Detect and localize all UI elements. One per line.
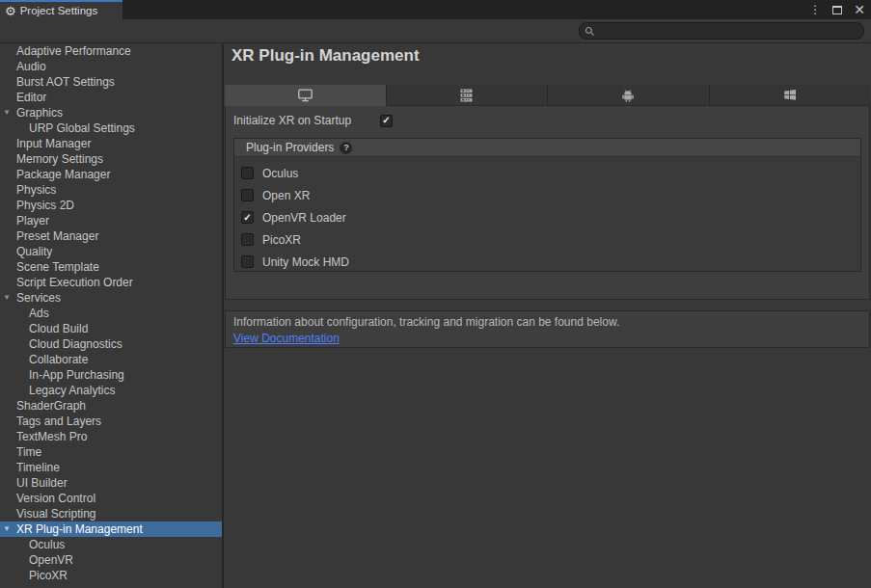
kebab-menu-icon[interactable]: ⋮ xyxy=(809,4,821,15)
sidebar-item-label: TextMesh Pro xyxy=(16,430,87,443)
sidebar-item-label: Cloud Diagnostics xyxy=(29,337,122,351)
sidebar-item-label: Script Execution Order xyxy=(16,276,133,289)
sidebar-item-adaptive-performance[interactable]: Adaptive Performance xyxy=(0,43,222,59)
sidebar-item-openvr[interactable]: OpenVR xyxy=(0,552,222,568)
provider-row-oculus: Oculus xyxy=(241,162,860,184)
search-icon xyxy=(585,26,595,37)
provider-label: PicoXR xyxy=(262,233,301,247)
sidebar-item-oculus[interactable]: Oculus xyxy=(0,537,222,552)
sidebar-item-visual-scripting[interactable]: Visual Scripting xyxy=(0,506,222,521)
tab-desktop[interactable] xyxy=(225,85,387,106)
xr-settings-panel: Initialize XR on Startup Plug-in Provide… xyxy=(225,106,870,300)
sidebar-item-label: ShaderGraph xyxy=(16,399,86,413)
sidebar-item-shadergraph[interactable]: ShaderGraph xyxy=(0,398,222,414)
sidebar-item-physics-2d[interactable]: Physics 2D xyxy=(0,198,222,213)
sidebar-item-picoxr[interactable]: PicoXR xyxy=(0,568,222,583)
sidebar-item-time[interactable]: Time xyxy=(0,444,222,460)
sidebar-item-textmesh-pro[interactable]: TextMesh Pro xyxy=(0,429,222,444)
provider-label: Open XR xyxy=(262,189,310,202)
sidebar-item-label: XR Plug-in Management xyxy=(16,522,143,536)
window-tab-project-settings[interactable]: ⚙ Project Settings xyxy=(0,0,122,19)
sidebar-item-package-manager[interactable]: Package Manager xyxy=(0,167,222,182)
close-icon[interactable]: ✕ xyxy=(854,3,865,16)
sidebar-item-script-execution-order[interactable]: Script Execution Order xyxy=(0,275,222,290)
tab-android[interactable] xyxy=(548,85,710,106)
sidebar-item-xr-plug-in-management[interactable]: ▼XR Plug-in Management xyxy=(0,521,222,537)
provider-checkbox-unity-mock-hmd[interactable] xyxy=(241,255,254,268)
sidebar-item-legacy-analytics[interactable]: Legacy Analytics xyxy=(0,383,222,398)
provider-checkbox-open-xr[interactable] xyxy=(241,189,254,201)
provider-label: OpenVR Loader xyxy=(262,211,346,225)
sidebar-item-player[interactable]: Player xyxy=(0,213,222,228)
sidebar-item-urp-global-settings[interactable]: URP Global Settings xyxy=(0,120,222,136)
initialize-xr-row: Initialize XR on Startup xyxy=(233,114,393,127)
project-settings-window: ⚙ Project Settings ⋮ ✕ Adaptive Performa… xyxy=(0,0,871,588)
sidebar-item-scene-template[interactable]: Scene Template xyxy=(0,259,222,275)
sidebar-item-cloud-diagnostics[interactable]: Cloud Diagnostics xyxy=(0,336,222,352)
gear-icon: ⚙ xyxy=(5,5,16,17)
initialize-xr-checkbox[interactable] xyxy=(380,115,393,127)
sidebar-item-label: Preset Manager xyxy=(16,229,98,243)
sidebar-item-editor[interactable]: Editor xyxy=(0,90,222,105)
sidebar-item-tags-and-layers[interactable]: Tags and Layers xyxy=(0,414,222,429)
sidebar-item-burst-aot-settings[interactable]: Burst AOT Settings xyxy=(0,74,222,90)
sidebar-item-label: Scene Template xyxy=(16,260,99,274)
search-input[interactable] xyxy=(599,25,850,37)
sidebar-item-memory-settings[interactable]: Memory Settings xyxy=(0,151,222,167)
sidebar-item-label: OpenVR xyxy=(29,553,73,567)
sidebar-item-in-app-purchasing[interactable]: In-App Purchasing xyxy=(0,367,222,383)
provider-label: Unity Mock HMD xyxy=(262,255,349,269)
provider-label: Oculus xyxy=(262,167,298,180)
sidebar-item-label: Time xyxy=(16,445,41,459)
sidebar-item-label: Graphics xyxy=(16,106,63,120)
provider-row-openvr-loader: OpenVR Loader xyxy=(241,206,860,228)
info-box: Information about configuration, trackin… xyxy=(225,310,870,348)
help-icon[interactable]: ? xyxy=(340,142,352,154)
view-documentation-link[interactable]: View Documentation xyxy=(233,332,340,345)
sidebar-item-label: Quality xyxy=(16,245,52,258)
provider-row-open-xr: Open XR xyxy=(241,184,860,206)
sidebar-item-services[interactable]: ▼Services xyxy=(0,290,222,306)
sidebar-item-collaborate[interactable]: Collaborate xyxy=(0,352,222,367)
maximize-icon[interactable] xyxy=(832,6,842,14)
sidebar-item-physics[interactable]: Physics xyxy=(0,182,222,198)
tab-dedicated-server[interactable] xyxy=(387,85,549,106)
plugin-providers-title: Plug-in Providers xyxy=(246,141,334,154)
plugin-providers-list: OculusOpen XROpenVR LoaderPicoXRUnity Mo… xyxy=(234,157,860,273)
sidebar-item-label: Services xyxy=(16,291,61,305)
window-title: Project Settings xyxy=(20,5,98,16)
sidebar-item-label: Physics 2D xyxy=(16,199,74,212)
sidebar-item-label: Tags and Layers xyxy=(16,414,101,428)
settings-sidebar: Adaptive PerformanceAudioBurst AOT Setti… xyxy=(0,43,222,588)
sidebar-item-label: Burst AOT Settings xyxy=(16,75,115,89)
sidebar-item-quality[interactable]: Quality xyxy=(0,244,222,259)
provider-checkbox-openvr-loader[interactable] xyxy=(241,211,254,224)
plugin-providers-box: Plug-in Providers ? OculusOpen XROpenVR … xyxy=(233,138,861,272)
sidebar-item-label: Collaborate xyxy=(29,353,88,366)
sidebar-item-label: Audio xyxy=(16,60,46,73)
sidebar-item-input-manager[interactable]: Input Manager xyxy=(0,136,222,151)
sidebar-item-label: Input Manager xyxy=(16,137,91,150)
sidebar-item-preset-manager[interactable]: Preset Manager xyxy=(0,228,222,244)
sidebar-item-label: Player xyxy=(16,214,49,227)
sidebar-item-label: Ads xyxy=(29,307,49,320)
sidebar-item-label: Version Control xyxy=(16,492,95,505)
sidebar-item-cloud-build[interactable]: Cloud Build xyxy=(0,321,222,336)
search-field[interactable] xyxy=(579,22,864,40)
tab-windows[interactable] xyxy=(710,85,871,106)
provider-checkbox-picoxr[interactable] xyxy=(241,233,254,246)
sidebar-item-graphics[interactable]: ▼Graphics xyxy=(0,105,222,120)
info-text: Information about configuration, trackin… xyxy=(233,315,861,329)
sidebar-item-ui-builder[interactable]: UI Builder xyxy=(0,475,222,491)
foldout-triangle-icon[interactable]: ▼ xyxy=(3,290,11,306)
sidebar-item-version-control[interactable]: Version Control xyxy=(0,491,222,506)
foldout-triangle-icon[interactable]: ▼ xyxy=(3,521,11,537)
sidebar-item-audio[interactable]: Audio xyxy=(0,59,222,74)
sidebar-item-timeline[interactable]: Timeline xyxy=(0,460,222,475)
sidebar-item-ads[interactable]: Ads xyxy=(0,306,222,321)
provider-checkbox-oculus[interactable] xyxy=(241,167,254,179)
foldout-triangle-icon[interactable]: ▼ xyxy=(3,105,11,120)
toolbar xyxy=(0,19,871,43)
server-icon xyxy=(459,89,474,102)
sidebar-item-label: UI Builder xyxy=(16,476,68,490)
